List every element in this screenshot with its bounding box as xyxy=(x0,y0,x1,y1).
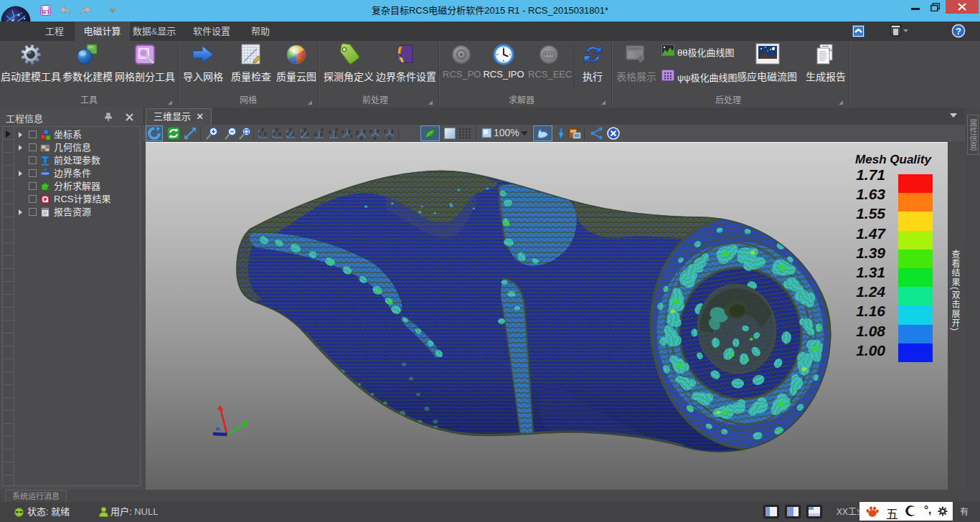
svg-text:z: z xyxy=(273,131,275,136)
svg-text:x: x xyxy=(321,127,324,132)
svg-text:x: x xyxy=(306,131,309,136)
svg-text:z: z xyxy=(264,131,267,136)
svg-text:x: x xyxy=(278,131,281,136)
svg-text:x: x xyxy=(374,136,377,141)
svg-text:?: ? xyxy=(956,26,961,37)
svg-text:z: z xyxy=(329,129,331,134)
svg-text:z: z xyxy=(314,132,317,137)
svg-text:x: x xyxy=(335,127,338,132)
svg-text:x: x xyxy=(363,128,366,133)
svg-text:y: y xyxy=(356,129,359,135)
svg-text:z: z xyxy=(384,128,387,133)
svg-text:z: z xyxy=(292,131,295,136)
svg-text:z: z xyxy=(360,136,363,141)
svg-text:y: y xyxy=(391,128,394,134)
svg-text:y: y xyxy=(303,126,306,132)
svg-text:z: z xyxy=(369,128,372,133)
svg-text:y: y xyxy=(320,131,323,137)
svg-text:z: z xyxy=(341,129,344,134)
svg-text:x: x xyxy=(286,131,289,136)
svg-text:x: x xyxy=(349,133,352,138)
svg-text:y: y xyxy=(261,126,264,132)
svg-text:z: z xyxy=(301,131,303,136)
svg-text:v: v xyxy=(377,128,380,133)
svg-text:y: y xyxy=(275,126,278,132)
svg-text:x: x xyxy=(258,131,261,136)
svg-text:x: x xyxy=(388,136,391,141)
svg-text:y: y xyxy=(334,131,337,137)
svg-text:y: y xyxy=(289,126,292,132)
